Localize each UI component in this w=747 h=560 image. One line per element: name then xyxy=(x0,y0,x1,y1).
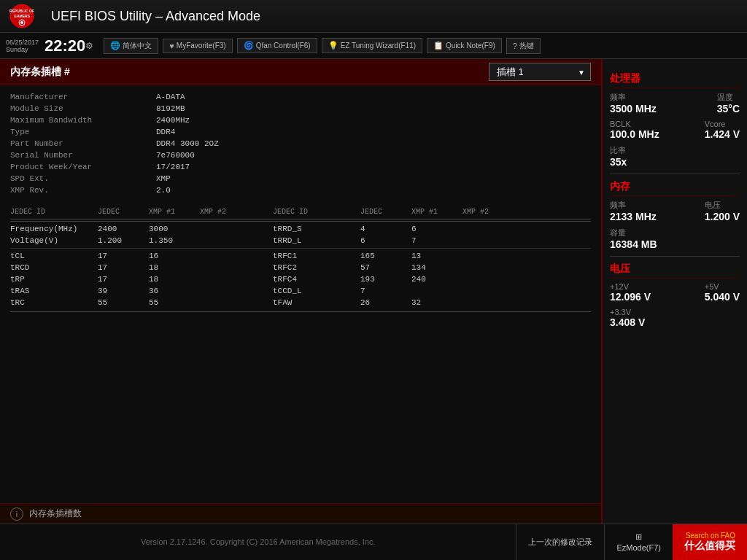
date-display: 06/25/2017 Sunday xyxy=(6,39,39,53)
time-display: 22:20 xyxy=(44,36,85,55)
globe-icon: 🌐 xyxy=(110,41,120,50)
last-change-btn[interactable]: 上一次的修改记录 xyxy=(516,524,604,560)
bottom-bar: Version 2.17.1246. Copyright (C) 2016 Am… xyxy=(0,524,747,560)
table-row: tRCD 17 18 tRFC2 57 134 xyxy=(10,262,591,273)
question-icon: ? xyxy=(513,42,517,50)
hw-monitor-panel: 处理器 频率 3500 MHz 温度 35°C BCLK 100.0 MHz V… xyxy=(601,59,747,526)
ez-mode-icon: ⊞ xyxy=(635,532,642,542)
table-row: Voltage(V) 1.200 1.350 tRRD_L 6 7 xyxy=(10,235,591,246)
v33-area: +3.3V 3.408 V xyxy=(610,308,740,328)
slot-select[interactable]: 插槽 1 插槽 2 插槽 3 插槽 4 xyxy=(489,63,591,81)
table-row: Maximum Bandwidth 2400MHz xyxy=(10,114,591,126)
slot-select-wrapper[interactable]: 插槽 1 插槽 2 插槽 3 插槽 4 ▼ xyxy=(489,63,591,81)
table-row: Module Size 8192MB xyxy=(10,103,591,114)
table-row: XMP Rev. 2.0 xyxy=(10,184,591,196)
table-row: Product Week/Year 17/2017 xyxy=(10,161,591,173)
mem-cap-area: 容量 16384 MB xyxy=(610,228,740,250)
timings-header: JEDEC ID JEDEC XMP #1 XMP #2 JEDEC ID JE… xyxy=(10,208,591,219)
timings-section: JEDEC ID JEDEC XMP #1 XMP #2 JEDEC ID JE… xyxy=(0,202,601,318)
table-row: tCL 17 16 tRFC1 165 13 xyxy=(10,250,591,262)
search-site: 什么值得买 xyxy=(684,540,735,553)
divider2 xyxy=(10,248,591,249)
hotkeys-btn[interactable]: ? 热键 xyxy=(506,38,541,54)
table-row: Part Number DDR4 3000 2OZ xyxy=(10,138,591,149)
cpu-freq-row: 频率 3500 MHz 温度 35°C xyxy=(610,92,740,117)
v12-row: +12V 12.096 V +5V 5.040 V xyxy=(610,282,740,305)
cpu-divider xyxy=(610,174,740,174)
svg-text:REPUBLIC OF: REPUBLIC OF xyxy=(9,9,34,13)
logo-area: REPUBLIC OF GAMERS xyxy=(9,3,39,29)
cpu-section-title: 处理器 xyxy=(610,72,740,88)
mem-section-title: 内存 xyxy=(610,180,740,196)
header: REPUBLIC OF GAMERS UEFI BIOS Utility – A… xyxy=(0,0,747,33)
table-row: Type DDR4 xyxy=(10,126,591,138)
toolbar: 06/25/2017 Sunday 22:20 ⚙ 🌐 简体中文 ♥ MyFav… xyxy=(0,33,747,59)
info-strip-text: 内存条插槽数 xyxy=(29,508,82,520)
bulb-icon: 💡 xyxy=(328,41,338,50)
info-strip: i 内存条插槽数 xyxy=(0,503,601,524)
table-row: Serial Number 7e760000 xyxy=(10,149,591,161)
ez-mode-btn[interactable]: ⊞ EzMode(F7) xyxy=(604,524,673,560)
footer-text: Version 2.17.1246. Copyright (C) 2016 Am… xyxy=(10,537,506,548)
search-label: Search on FAQ xyxy=(686,532,735,540)
mem-freq-row: 频率 2133 MHz 电压 1.200 V xyxy=(610,200,740,225)
info-icon: i xyxy=(10,508,23,521)
app-title: UEFI BIOS Utility – Advanced Mode xyxy=(51,9,260,24)
bottom-left: Version 2.17.1246. Copyright (C) 2016 Am… xyxy=(0,537,516,548)
datetime-area: 06/25/2017 Sunday 22:20 ⚙ xyxy=(6,36,93,55)
language-btn[interactable]: 🌐 简体中文 xyxy=(104,38,158,54)
cpu-bclk-row: BCLK 100.0 MHz Vcore 1.424 V xyxy=(610,120,740,142)
svg-point-4 xyxy=(20,21,23,24)
search-faq-btn[interactable]: Search on FAQ 什么值得买 xyxy=(673,524,747,560)
search-btn-inner: Search on FAQ 什么值得买 xyxy=(684,532,735,553)
table-row: tRAS 39 36 tCCD_L 7 xyxy=(10,285,591,297)
voltage-section-title: 电压 xyxy=(610,262,740,279)
quick-note-btn[interactable]: 📋 Quick Note(F9) xyxy=(427,38,502,53)
table-row: tRC 55 55 tFAW 26 32 xyxy=(10,297,591,308)
timings-divider xyxy=(10,221,591,222)
rog-logo-icon: REPUBLIC OF GAMERS xyxy=(9,3,35,29)
qfan-btn[interactable]: 🌀 Qfan Control(F6) xyxy=(237,38,317,53)
cpu-ratio-area: 比率 35x xyxy=(610,145,740,168)
ez-tuning-btn[interactable]: 💡 EZ Tuning Wizard(F11) xyxy=(322,38,422,53)
note-icon: 📋 xyxy=(433,41,444,50)
myfavorite-btn[interactable]: ♥ MyFavorite(F3) xyxy=(163,39,232,53)
divider3 xyxy=(10,311,591,312)
table-row: Frequency(MHz) 2400 3000 tRRD_S 4 6 xyxy=(10,223,591,235)
section-header: 内存条插槽 # 插槽 1 插槽 2 插槽 3 插槽 4 ▼ xyxy=(0,59,601,85)
fan-icon: 🌀 xyxy=(244,41,254,50)
section-title: 内存条插槽 # xyxy=(10,66,70,79)
main-content: 内存条插槽 # 插槽 1 插槽 2 插槽 3 插槽 4 ▼ Manufactur… xyxy=(0,59,601,524)
svg-text:GAMERS: GAMERS xyxy=(14,14,31,18)
bottom-right: 上一次的修改记录 ⊞ EzMode(F7) Search on FAQ 什么值得… xyxy=(516,524,747,560)
table-row: SPD Ext. XMP xyxy=(10,173,591,184)
mem-divider xyxy=(610,256,740,257)
table-row: tRP 17 18 tRFC4 193 240 xyxy=(10,273,591,285)
table-row: Manufacturer A-DATA xyxy=(10,91,591,103)
settings-gear-icon[interactable]: ⚙ xyxy=(85,41,93,51)
heart-icon: ♥ xyxy=(169,42,174,50)
info-table: Manufacturer A-DATA Module Size 8192MB M… xyxy=(0,85,601,202)
